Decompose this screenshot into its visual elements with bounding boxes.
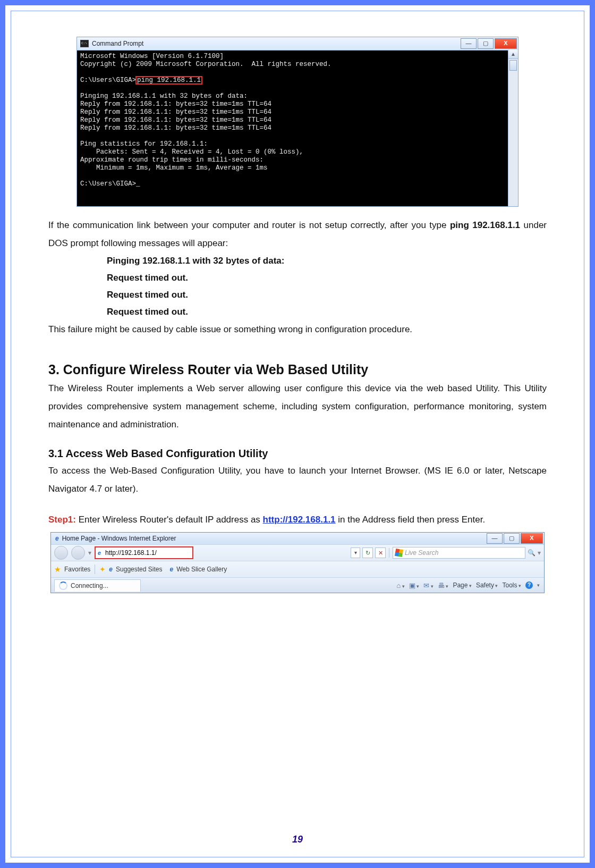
close-button[interactable]: X [495, 38, 517, 49]
ie-window: e Home Page - Windows Internet Explorer … [50, 532, 545, 593]
cmd-title: Command Prompt [92, 40, 143, 47]
help-icon[interactable]: ? [525, 582, 533, 589]
section-heading-3-1: 3.1 Access Web Based Configuration Utili… [48, 448, 547, 460]
timeout-line: Request timed out. [107, 273, 188, 283]
address-bar-highlight: e [95, 546, 193, 559]
router-ip-link[interactable]: http://192.168.1.1 [263, 515, 336, 525]
print-menu-icon[interactable]: 🖶 [438, 582, 449, 589]
section-heading-3: 3. Configure Wireless Router via Web Bas… [48, 362, 547, 377]
ie-favorites-row: ★ Favorites ✦ e Suggested Sites e Web Sl… [51, 561, 544, 577]
cmd-line: Reply from 192.168.1.1: bytes=32 time=1m… [80, 124, 271, 132]
favorites-star-icon[interactable]: ★ [54, 565, 61, 574]
tab-label: Connecting... [71, 582, 108, 589]
cmd-line: Approximate round trip times in milli-se… [80, 156, 264, 164]
text: If the communication link between your c… [48, 220, 450, 230]
ie-tab-row: Connecting... ⌂ ▣ ✉ 🖶 Page Safety Tools … [51, 577, 544, 593]
cmd-icon [80, 40, 89, 47]
live-search-logo-icon [395, 549, 403, 557]
body-paragraph-4: To access the Web-Based Configuration Ut… [48, 462, 547, 498]
rss-menu-icon[interactable]: ▣ [409, 582, 420, 589]
search-placeholder: Live Search [405, 549, 438, 557]
ie-maximize-button[interactable]: ▢ [504, 533, 520, 544]
step1-paragraph: Step1: Enter Wireless Router's default I… [48, 511, 547, 529]
cmd-line: Copyright (c) 2009 Microsoft Corporation… [80, 61, 332, 68]
separator [95, 564, 95, 574]
favorites-label[interactable]: Favorites [64, 566, 90, 573]
page-number: 19 [11, 834, 584, 845]
address-dropdown[interactable]: ▾ [351, 547, 360, 558]
forward-button[interactable] [71, 546, 85, 560]
cmd-line: Reply from 192.168.1.1: bytes=32 time=1m… [80, 108, 271, 116]
timeout-line: Request timed out. [107, 290, 188, 300]
loading-spinner-icon [59, 582, 67, 590]
tools-menu[interactable]: Tools [502, 582, 521, 589]
cmd-scrollbar[interactable]: ▲ [508, 50, 518, 206]
window-buttons: — ▢ X [461, 38, 517, 49]
cmd-line: Pinging 192.168.1.1 with 32 bytes of dat… [80, 92, 248, 100]
search-dropdown-icon[interactable]: ▾ [538, 549, 541, 557]
refresh-button[interactable]: ↻ [362, 547, 373, 558]
cmd-line: Reply from 192.168.1.1: bytes=32 time=1m… [80, 116, 271, 124]
timeout-line: Request timed out. [107, 307, 188, 317]
ping-command-text: ping 192.168.1.1 [450, 220, 520, 230]
back-button[interactable] [54, 546, 68, 560]
cmd-ping-command-highlight: ping 192.168.1.1 [136, 77, 202, 84]
timeout-header: Pinging 192.168.1.1 with 32 bytes of dat… [107, 256, 284, 266]
search-go-icon[interactable]: 🔍 [528, 549, 536, 557]
cmd-titlebar: Command Prompt — ▢ X [77, 37, 518, 50]
text: in the Address field then press Enter. [336, 515, 486, 525]
ie-minimize-button[interactable]: — [487, 533, 503, 544]
text: Enter Wireless Router's default IP addre… [76, 515, 263, 525]
browser-tab[interactable]: Connecting... [54, 579, 141, 592]
scroll-thumb[interactable] [509, 60, 517, 71]
separator [389, 548, 389, 558]
page-menu[interactable]: Page [453, 582, 472, 589]
ie-small-icon: e [109, 566, 113, 573]
cmd-output: Microsoft Windows [Version 6.1.7100] Cop… [77, 50, 518, 206]
body-paragraph-2: This failure might be caused by cable is… [48, 321, 547, 339]
cmd-prompt-cursor: C:\Users\GIGA>_ [80, 180, 140, 188]
mail-menu-icon[interactable]: ✉ [423, 582, 434, 589]
address-input[interactable] [103, 548, 192, 558]
scroll-up-arrow[interactable]: ▲ [508, 50, 518, 59]
body-paragraph-1: If the communication link between your c… [48, 216, 547, 252]
ie-command-bar: ⌂ ▣ ✉ 🖶 Page Safety Tools ?▾ [396, 582, 544, 589]
page-frame-outer: Command Prompt — ▢ X Microsoft Windows [… [0, 0, 595, 868]
ie-titlebar: e Home Page - Windows Internet Explorer … [51, 533, 544, 544]
history-dropdown-icon[interactable]: ▾ [88, 549, 91, 557]
stop-button[interactable]: ✕ [375, 547, 386, 558]
cmd-prompt-path: C:\Users\GIGA> [80, 77, 136, 84]
step-label: Step1: [48, 515, 76, 525]
ie-address-row: ▾ e ▾ ↻ ✕ Live Search 🔍 ▾ [51, 544, 544, 561]
search-box[interactable]: Live Search [393, 547, 525, 559]
page-icon: e [96, 550, 103, 556]
cmd-line: Ping statistics for 192.168.1.1: [80, 140, 208, 148]
suggested-star-icon: ✦ [99, 565, 106, 574]
body-paragraph-3: The Wireless Router implements a Web ser… [48, 380, 547, 434]
webslice-icon: e [169, 566, 173, 573]
page-frame-inner: Command Prompt — ▢ X Microsoft Windows [… [11, 11, 584, 857]
maximize-button[interactable]: ▢ [478, 38, 494, 49]
safety-menu[interactable]: Safety [476, 582, 498, 589]
ie-title: Home Page - Windows Internet Explorer [62, 535, 176, 542]
cmd-line: Microsoft Windows [Version 6.1.7100] [80, 53, 224, 60]
web-slice-gallery-menu[interactable]: Web Slice Gallery [176, 566, 227, 573]
cmd-line: Reply from 192.168.1.1: bytes=32 time=1m… [80, 100, 271, 108]
suggested-sites-menu[interactable]: Suggested Sites [116, 566, 162, 573]
command-prompt-window: Command Prompt — ▢ X Microsoft Windows [… [76, 37, 518, 207]
ie-close-button[interactable]: X [521, 533, 543, 544]
cmd-line: Minimum = 1ms, Maximum = 1ms, Average = … [80, 164, 268, 172]
minimize-button[interactable]: — [461, 38, 477, 49]
ie-logo-icon: e [55, 535, 59, 542]
cmd-line: Packets: Sent = 4, Received = 4, Lost = … [80, 148, 303, 156]
home-menu-icon[interactable]: ⌂ [396, 582, 404, 589]
